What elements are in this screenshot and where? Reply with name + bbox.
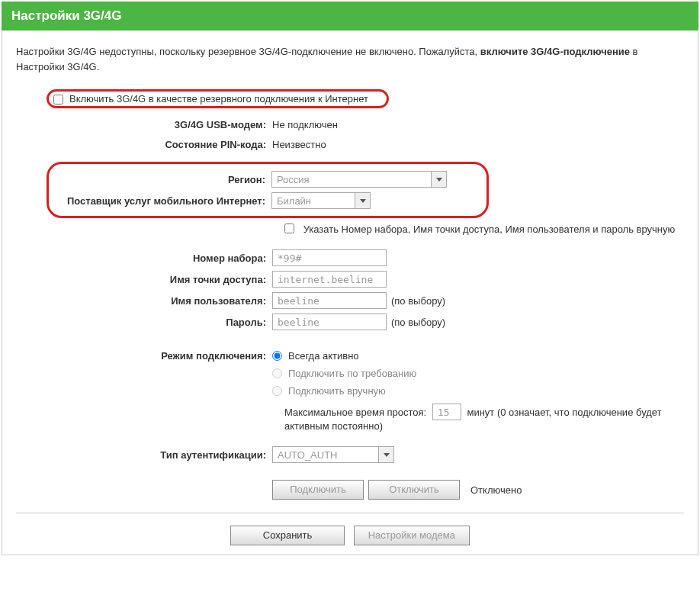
- username-label: Имя пользователя:: [4, 295, 272, 307]
- divider: [16, 513, 684, 513]
- page-title: Настройки 3G/4G: [2, 2, 698, 31]
- highlight-region-provider: Регион: Россия Поставщик услуг мобильног…: [47, 162, 489, 218]
- password-label: Пароль:: [4, 317, 272, 328]
- region-select[interactable]: Россия: [271, 171, 447, 188]
- idle-time-input[interactable]: [432, 404, 461, 420]
- auth-type-select[interactable]: AUTO_AUTH: [272, 446, 394, 463]
- conn-mode-manual-label: Подключить вручную: [288, 385, 386, 397]
- notice-bold: включите 3G/4G-подключение: [480, 46, 630, 57]
- conn-mode-always-label: Всегда активно: [288, 350, 359, 362]
- enable-backup-checkbox[interactable]: [53, 95, 63, 105]
- highlight-enable-backup: Включить 3G/4G в качестве резервного под…: [47, 89, 389, 108]
- settings-panel: Настройки 3G/4G недоступны, поскольку ре…: [2, 31, 698, 555]
- connect-button[interactable]: Подключить: [272, 480, 364, 500]
- pin-status-label: Состояние PIN-кода:: [4, 139, 272, 150]
- chevron-down-icon: [378, 447, 393, 462]
- username-input[interactable]: [272, 292, 387, 309]
- conn-mode-label: Режим подключения:: [4, 347, 272, 362]
- manual-settings-label: Указать Номер набора, Имя точки доступа,…: [303, 223, 676, 235]
- region-select-value: Россия: [272, 174, 431, 185]
- chevron-down-icon: [355, 193, 370, 208]
- apn-input[interactable]: [272, 271, 387, 288]
- provider-select-value: Билайн: [272, 195, 355, 207]
- provider-label: Поставщик услуг мобильного Интернет:: [49, 195, 271, 207]
- password-input[interactable]: [272, 314, 387, 330]
- usb-modem-value: Не подключен: [272, 119, 338, 130]
- modem-settings-button[interactable]: Настройки модема: [354, 526, 470, 545]
- usb-modem-label: 3G/4G USB-модем:: [4, 119, 272, 130]
- conn-mode-always-radio[interactable]: [272, 351, 282, 361]
- username-suffix: (по выбору): [391, 295, 445, 307]
- auth-type-label: Тип аутентификации:: [4, 449, 272, 461]
- conn-mode-demand-label: Подключить по требованию: [288, 368, 416, 379]
- region-label: Регион:: [49, 174, 271, 185]
- auth-type-value: AUTO_AUTH: [273, 449, 378, 461]
- dial-number-label: Номер набора:: [4, 252, 272, 264]
- manual-settings-checkbox[interactable]: [284, 223, 294, 233]
- idle-prefix: Максимальное время простоя:: [284, 407, 426, 418]
- connection-status: Отключено: [470, 484, 522, 496]
- notice-part1: Настройки 3G/4G недоступны, поскольку ре…: [16, 46, 480, 57]
- dial-number-input[interactable]: [272, 249, 387, 266]
- save-button[interactable]: Сохранить: [230, 526, 345, 545]
- apn-label: Имя точки доступа:: [4, 274, 272, 285]
- enable-backup-label: Включить 3G/4G в качестве резервного под…: [69, 93, 368, 105]
- conn-mode-manual-radio[interactable]: [272, 386, 282, 396]
- notice-text: Настройки 3G/4G недоступны, поскольку ре…: [4, 44, 696, 89]
- pin-status-value: Неизвестно: [272, 139, 326, 150]
- chevron-down-icon: [431, 172, 446, 187]
- conn-mode-demand-radio[interactable]: [272, 368, 282, 378]
- password-suffix: (по выбору): [391, 317, 445, 328]
- disconnect-button[interactable]: Отключить: [368, 480, 460, 500]
- provider-select[interactable]: Билайн: [271, 192, 371, 209]
